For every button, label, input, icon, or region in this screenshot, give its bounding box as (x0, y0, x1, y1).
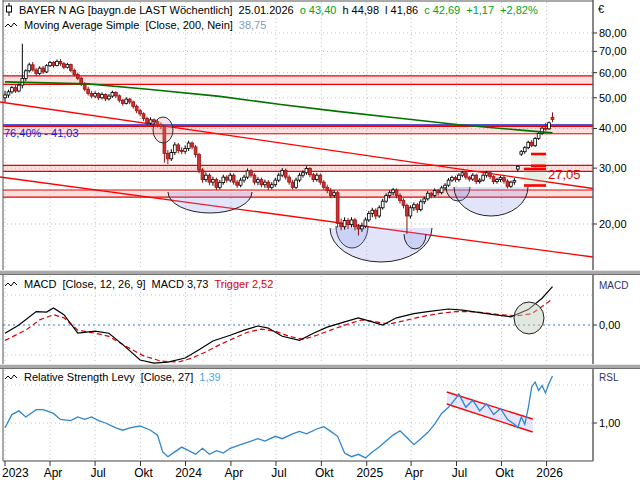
candle-body (222, 177, 225, 183)
candle-body (406, 205, 409, 216)
candle-body (295, 180, 298, 187)
candle-body (430, 193, 433, 195)
candle-body (357, 227, 360, 229)
currency-label: € (598, 3, 604, 15)
gap-box (531, 154, 546, 166)
candle-body (284, 170, 287, 177)
panel-divider-rsl[interactable] (0, 364, 640, 369)
candle-body (534, 138, 537, 145)
candle-body (184, 148, 187, 151)
candle-body (198, 155, 201, 170)
candle-body (239, 180, 242, 185)
candle-body (42, 68, 45, 72)
candle-body (229, 175, 232, 180)
candle-body (4, 95, 7, 98)
candle-body (56, 61, 59, 65)
macd-trigger-value: Trigger 2,52 (214, 278, 273, 290)
candle-body (270, 185, 273, 188)
instrument-header: BAYER N AG [baygn.de LAST Wöchentlich] 2… (5, 3, 538, 16)
macd-trigger-line (5, 299, 553, 362)
candle-body (471, 175, 474, 179)
candle-body (464, 173, 467, 177)
indicator-icon (5, 280, 18, 289)
candle-body (496, 180, 499, 182)
candle-body (548, 123, 551, 129)
candle-body (305, 169, 308, 173)
rsl-value: 1,39 (199, 371, 220, 383)
candle-body (177, 145, 180, 151)
time-axis-label: Jul (262, 467, 296, 479)
candle-body (388, 193, 391, 196)
instrument-title: BAYER N AG [baygn.de LAST Wöchentlich] (19, 4, 233, 16)
candle-body (322, 182, 325, 187)
macd-header: MACD [Close, 12, 26, 9] MACD 3,73 Trigge… (5, 278, 273, 290)
candle-body (440, 188, 443, 193)
candle-body (537, 133, 540, 138)
chart-canvas[interactable] (0, 0, 640, 480)
candle-body (298, 175, 301, 180)
price-band (3, 165, 593, 171)
candle-body (385, 195, 388, 201)
macd-zero-label: 0,00 (599, 319, 620, 331)
time-axis-label: Apr (217, 467, 251, 479)
candle-body (135, 106, 138, 110)
candle-body (499, 178, 502, 180)
candle-body (253, 175, 256, 182)
candle-body (326, 187, 329, 190)
candle-body (551, 117, 554, 119)
candle-body (447, 180, 450, 185)
macd-name: MACD (24, 278, 56, 290)
candle-body (76, 74, 79, 78)
candle-body (412, 205, 415, 208)
candle-body (485, 173, 488, 175)
candle-body (371, 210, 374, 213)
candle-body (263, 182, 266, 185)
candle-body (530, 142, 533, 145)
candle-body (343, 221, 346, 227)
candle-body (118, 96, 121, 100)
candle-body (312, 175, 315, 180)
ma-params: [Close, 200, Nein] (145, 19, 232, 31)
candle-body (482, 175, 485, 180)
candle-body (73, 70, 76, 74)
candle-body (520, 152, 523, 154)
candle-body (309, 169, 312, 175)
candle-body (208, 175, 211, 182)
chart-window: BAYER N AG [baygn.de LAST Wöchentlich] 2… (0, 0, 640, 480)
candle-body (374, 210, 377, 216)
quote-low: l 41,86 (385, 4, 418, 16)
candle-body (461, 173, 464, 175)
candle-body (49, 62, 52, 65)
candle-body (426, 193, 429, 199)
candle-body (28, 65, 31, 71)
quote-close: c 42,69 (424, 4, 460, 16)
time-axis-label: 2024 (172, 467, 206, 479)
indicator-icon (5, 373, 18, 382)
candle-body (83, 84, 86, 89)
candle-body (329, 191, 332, 196)
candle-body (354, 220, 357, 227)
quote-open: o 43,40 (300, 4, 337, 16)
time-axis-label: Jul (442, 467, 476, 479)
candle-body (392, 190, 395, 193)
candle-body (399, 195, 402, 200)
candle-body (218, 183, 221, 188)
candle-body (52, 62, 55, 65)
candle-body (378, 208, 381, 216)
candle-body (257, 180, 260, 183)
price-axis-label: 50,00 (599, 92, 627, 104)
candle-body (90, 93, 93, 96)
candle-body (523, 148, 526, 152)
candle-body (215, 180, 218, 188)
candle-body (59, 61, 62, 63)
candle-body (66, 65, 69, 68)
trendline-value-label: 27,05 (548, 169, 581, 181)
gap-box (524, 169, 546, 186)
price-axis-label: 80,00 (599, 27, 627, 39)
indicator-icon (5, 21, 18, 30)
panel-divider-macd[interactable] (0, 270, 640, 275)
candle-body (38, 68, 41, 73)
candle-body (212, 180, 215, 183)
candle-body (225, 177, 228, 180)
candle-body (243, 177, 246, 180)
